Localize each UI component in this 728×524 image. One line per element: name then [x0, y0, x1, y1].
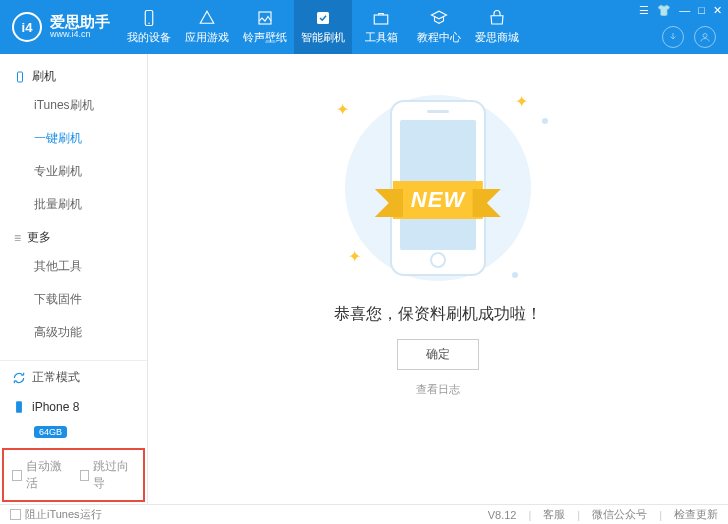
svg-point-1: [148, 23, 150, 25]
status-bar: 阻止iTunes运行 V8.12| 客服| 微信公众号| 检查更新: [0, 504, 728, 524]
svg-rect-4: [374, 15, 388, 24]
skin-icon[interactable]: 👕: [657, 4, 671, 17]
app-header: i4 爱思助手 www.i4.cn 我的设备 应用游戏 铃声壁纸 智能刷机 工具…: [0, 0, 728, 54]
sidebar-item-pro-flash[interactable]: 专业刷机: [0, 155, 147, 188]
logo-icon: i4: [12, 12, 42, 42]
version-label: V8.12: [488, 509, 517, 521]
nav-store[interactable]: 爱思商城: [468, 0, 526, 54]
stop-itunes-checkbox[interactable]: 阻止iTunes运行: [10, 507, 102, 522]
tutorial-icon: [430, 9, 448, 27]
phone-small-icon: [14, 71, 26, 83]
device-icon: [12, 400, 26, 414]
close-icon[interactable]: ✕: [713, 4, 722, 17]
menu-icon[interactable]: ☰: [639, 4, 649, 17]
apps-icon: [198, 9, 216, 27]
customer-service-link[interactable]: 客服: [543, 507, 565, 522]
sidebar-item-advanced[interactable]: 高级功能: [0, 316, 147, 349]
sidebar-item-itunes-flash[interactable]: iTunes刷机: [0, 89, 147, 122]
wechat-link[interactable]: 微信公众号: [592, 507, 647, 522]
svg-rect-3: [317, 12, 329, 24]
download-button[interactable]: [662, 26, 684, 48]
app-url: www.i4.cn: [50, 30, 110, 40]
device-mode[interactable]: 正常模式: [0, 360, 147, 394]
sidebar-group-more[interactable]: ≡ 更多: [0, 221, 147, 250]
app-logo: i4 爱思助手 www.i4.cn: [0, 12, 120, 42]
refresh-icon: [12, 371, 26, 385]
sidebar-item-download-fw[interactable]: 下载固件: [0, 283, 147, 316]
new-ribbon: NEW: [393, 181, 483, 219]
sparkle-icon: ✦: [515, 92, 528, 111]
main-content: ✦ ✦ ✦ NEW 恭喜您，保资料刷机成功啦！ 确定 查看日志: [148, 54, 728, 504]
success-illustration: ✦ ✦ ✦ NEW: [318, 88, 558, 288]
phone-icon: [140, 9, 158, 27]
sidebar-item-onekey-flash[interactable]: 一键刷机: [0, 122, 147, 155]
window-controls: ☰ 👕 — □ ✕: [639, 4, 722, 17]
sidebar-item-batch-flash[interactable]: 批量刷机: [0, 188, 147, 221]
check-update-link[interactable]: 检查更新: [674, 507, 718, 522]
store-icon: [488, 9, 506, 27]
ok-button[interactable]: 确定: [397, 339, 479, 370]
app-name: 爱思助手: [50, 14, 110, 31]
sparkle-icon: ✦: [348, 247, 361, 266]
nav-tutorial[interactable]: 教程中心: [410, 0, 468, 54]
success-message: 恭喜您，保资料刷机成功啦！: [334, 304, 542, 325]
svg-point-5: [703, 34, 707, 38]
nav-toolbox[interactable]: 工具箱: [352, 0, 410, 54]
user-button[interactable]: [694, 26, 716, 48]
nav-ringtone[interactable]: 铃声壁纸: [236, 0, 294, 54]
auto-options-highlight: 自动激活 跳过向导: [2, 448, 145, 502]
device-info[interactable]: iPhone 8 64GB: [0, 394, 147, 438]
header-actions: [662, 26, 716, 48]
nav-flash[interactable]: 智能刷机: [294, 0, 352, 54]
nav-apps[interactable]: 应用游戏: [178, 0, 236, 54]
maximize-icon[interactable]: □: [698, 4, 705, 17]
view-log-link[interactable]: 查看日志: [416, 382, 460, 397]
sidebar-group-flash[interactable]: 刷机: [0, 60, 147, 89]
flash-icon: [314, 9, 332, 27]
svg-rect-6: [18, 72, 23, 82]
list-icon: ≡: [14, 231, 21, 245]
auto-activate-checkbox[interactable]: 自动激活: [12, 458, 68, 492]
main-nav: 我的设备 应用游戏 铃声壁纸 智能刷机 工具箱 教程中心 爱思商城: [120, 0, 526, 54]
toolbox-icon: [372, 9, 390, 27]
minimize-icon[interactable]: —: [679, 4, 690, 17]
sidebar-item-other-tools[interactable]: 其他工具: [0, 250, 147, 283]
sparkle-icon: ✦: [336, 100, 349, 119]
sidebar: 刷机 iTunes刷机 一键刷机 专业刷机 批量刷机 ≡ 更多 其他工具 下载固…: [0, 54, 148, 504]
capacity-badge: 64GB: [34, 426, 67, 438]
wallpaper-icon: [256, 9, 274, 27]
skip-wizard-checkbox[interactable]: 跳过向导: [80, 458, 136, 492]
svg-rect-7: [16, 401, 22, 413]
nav-my-device[interactable]: 我的设备: [120, 0, 178, 54]
